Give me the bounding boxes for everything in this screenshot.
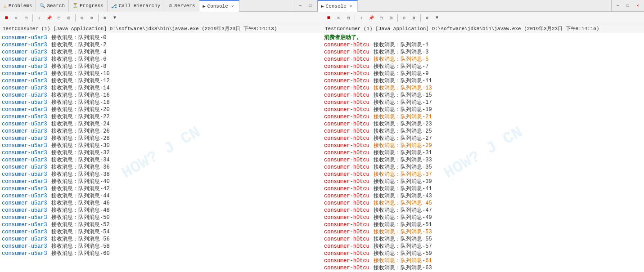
msg-text: 接收消息：队列消息-42: [51, 185, 110, 192]
msg-text: 接收消息：队列消息-57: [374, 243, 432, 250]
close-console-left-button[interactable]: ✕: [230, 4, 235, 9]
open-console-right-button[interactable]: ⊠: [387, 13, 396, 22]
tab-console-left[interactable]: ▶ Console ✕: [199, 0, 239, 12]
consumer-name: consumer-u5ar3: [2, 49, 51, 56]
maximize-left-button[interactable]: □: [306, 1, 315, 10]
view-menu-left-button[interactable]: ▼: [110, 13, 119, 22]
list-item: consumer-h0tcu 接收消息：队列消息-15: [324, 92, 642, 99]
msg-text: 接收消息：队列消息-6: [51, 56, 106, 63]
tab-call-hierarchy[interactable]: ⎇ Call Hierarchy: [108, 0, 164, 12]
minimize-left-button[interactable]: —: [296, 1, 305, 10]
consumer-name: consumer-h0tcu: [324, 185, 374, 192]
tab-search[interactable]: 🔍 Search: [36, 0, 69, 12]
consumer-name: consumer-u5ar3: [2, 243, 51, 250]
consumer-name: consumer-u5ar3: [2, 221, 51, 228]
msg-text: 接收消息：队列消息-55: [374, 236, 432, 243]
consumer-name: consumer-u5ar3: [2, 207, 51, 214]
consumer-name: consumer-h0tcu: [324, 99, 374, 106]
tab-problems[interactable]: ⚠ Problems: [0, 0, 36, 12]
tab-console-right-label: Console: [326, 4, 347, 9]
consumer-name: consumer-u5ar3: [2, 34, 51, 41]
msg-text: 接收消息：队列消息-43: [374, 192, 432, 200]
tab-servers[interactable]: 🖥 Servers: [164, 0, 199, 12]
tab-search-label: Search: [47, 3, 65, 9]
msg-text: 接收消息：队列消息-47: [374, 207, 432, 214]
list-item: consumer-u5ar3 接收消息：队列消息-40: [2, 178, 320, 185]
msg-text: 接收消息：队列消息-16: [51, 92, 110, 99]
open-console-left-button[interactable]: ⊠: [64, 13, 73, 22]
pin-console-right-button[interactable]: 📌: [367, 13, 376, 22]
minimize-right-button[interactable]: —: [613, 1, 622, 10]
clear-console-right-button[interactable]: ⊞: [344, 13, 353, 22]
consumer-name: consumer-h0tcu: [324, 63, 374, 70]
consumer-name: consumer-h0tcu: [324, 214, 374, 221]
left-console-content[interactable]: HOW? J CN consumer-u5ar3 接收消息：队列消息-0cons…: [0, 33, 322, 272]
msg-text: 接收消息：队列消息-63: [374, 264, 432, 272]
consumer-name: consumer-u5ar3: [2, 214, 51, 221]
scroll-lock-right-button[interactable]: ⇩: [357, 13, 366, 22]
consumer-name: consumer-u5ar3: [2, 164, 51, 171]
list-item: consumer-u5ar3 接收消息：队列消息-36: [2, 164, 320, 171]
list-item: consumer-h0tcu 接收消息：队列消息-59: [324, 250, 642, 257]
msg-text: 接收消息：队列消息-45: [374, 200, 432, 207]
list-item: consumer-u5ar3 接收消息：队列消息-56: [2, 236, 320, 243]
stop-left-button[interactable]: ■: [2, 13, 11, 22]
list-item: consumer-h0tcu 接收消息：队列消息-11: [324, 77, 642, 85]
msg-text: 接收消息：队列消息-12: [51, 77, 110, 85]
remove-launch-left-button[interactable]: ✕: [12, 13, 21, 22]
tab-bar-row: ⚠ Problems 🔍 Search ⏳ Progress ⎇ Call Hi…: [0, 0, 644, 12]
list-item: consumer-u5ar3 接收消息：队列消息-54: [2, 228, 320, 236]
consumer-name: consumer-u5ar3: [2, 171, 51, 178]
msg-text: 接收消息：队列消息-53: [374, 228, 432, 236]
remove-launch-right-button[interactable]: ✕: [334, 13, 343, 22]
list-item: consumer-h0tcu 接收消息：队列消息-51: [324, 221, 642, 228]
consumer-name: consumer-h0tcu: [324, 192, 374, 200]
right-toolbar: ■ ✕ ⊞ ⇩ 📌 ⊟ ⊠ ⊙ ⊚ ⊛ ▼: [322, 12, 644, 24]
list-item: consumer-u5ar3 接收消息：队列消息-10: [2, 70, 320, 77]
word-wrap-right-button[interactable]: ⊙: [400, 13, 409, 22]
msg-text: 接收消息：队列消息-21: [374, 113, 432, 120]
consumer-name: consumer-u5ar3: [2, 106, 51, 113]
new-console-left-button[interactable]: ⊟: [54, 13, 63, 22]
pin-console-left-button[interactable]: 📌: [45, 13, 54, 22]
close-console-right-button[interactable]: ✕: [348, 4, 354, 9]
new-console-right-button[interactable]: ⊟: [377, 13, 386, 22]
toolbar-sep-4: [355, 14, 355, 22]
list-item: consumer-h0tcu 接收消息：队列消息-39: [324, 178, 642, 185]
view-menu-right-button[interactable]: ▼: [432, 13, 441, 22]
list-item: consumer-h0tcu 接收消息：队列消息-1: [324, 41, 642, 49]
msg-text: 接收消息：队列消息-18: [51, 99, 110, 106]
consumer-name: consumer-h0tcu: [324, 142, 374, 149]
word-wrap-left-button[interactable]: ⊙: [77, 13, 86, 22]
call-hierarchy-icon: ⎇: [111, 3, 117, 9]
scroll-lock-left-button[interactable]: ⇩: [35, 13, 44, 22]
clear-console-left-button[interactable]: ⊞: [22, 13, 31, 22]
msg-text: 接收消息：队列消息-35: [374, 164, 432, 171]
list-item: consumer-h0tcu 接收消息：队列消息-57: [324, 243, 642, 250]
list-item: consumer-u5ar3 接收消息：队列消息-0: [2, 34, 320, 41]
tab-progress-label: Progress: [80, 3, 104, 9]
list-item: consumer-h0tcu 接收消息：队列消息-37: [324, 171, 642, 178]
list-item: consumer-u5ar3 接收消息：队列消息-26: [2, 128, 320, 135]
list-item: consumer-h0tcu 接收消息：队列消息-25: [324, 128, 642, 135]
find-left-button[interactable]: ⊚: [87, 13, 96, 22]
console-left-icon: ▶: [203, 4, 206, 9]
display-selected-right-button[interactable]: ⊛: [423, 13, 432, 22]
stop-right-button[interactable]: ■: [324, 13, 333, 22]
close-right-button[interactable]: ✕: [633, 1, 642, 10]
msg-text: 接收消息：队列消息-11: [374, 77, 432, 85]
consumer-name: consumer-h0tcu: [324, 135, 374, 142]
right-console-content[interactable]: HOW? J CN 消费者启动了。consumer-h0tcu 接收消息：队列消…: [322, 33, 644, 272]
list-item: consumer-u5ar3 接收消息：队列消息-58: [2, 243, 320, 250]
find-right-button[interactable]: ⊚: [410, 13, 419, 22]
consumer-name: consumer-h0tcu: [324, 113, 374, 120]
display-selected-left-button[interactable]: ⊛: [100, 13, 109, 22]
list-item: consumer-h0tcu 接收消息：队列消息-13: [324, 85, 642, 92]
consumer-name: consumer-h0tcu: [324, 56, 374, 63]
tab-call-hierarchy-label: Call Hierarchy: [119, 3, 160, 9]
tab-console-right[interactable]: ▶ Console ✕: [318, 0, 358, 12]
consumer-name: consumer-u5ar3: [2, 149, 51, 156]
maximize-right-button[interactable]: □: [623, 1, 632, 10]
msg-text: 接收消息：队列消息-13: [374, 85, 432, 92]
tab-progress[interactable]: ⏳ Progress: [69, 0, 108, 12]
